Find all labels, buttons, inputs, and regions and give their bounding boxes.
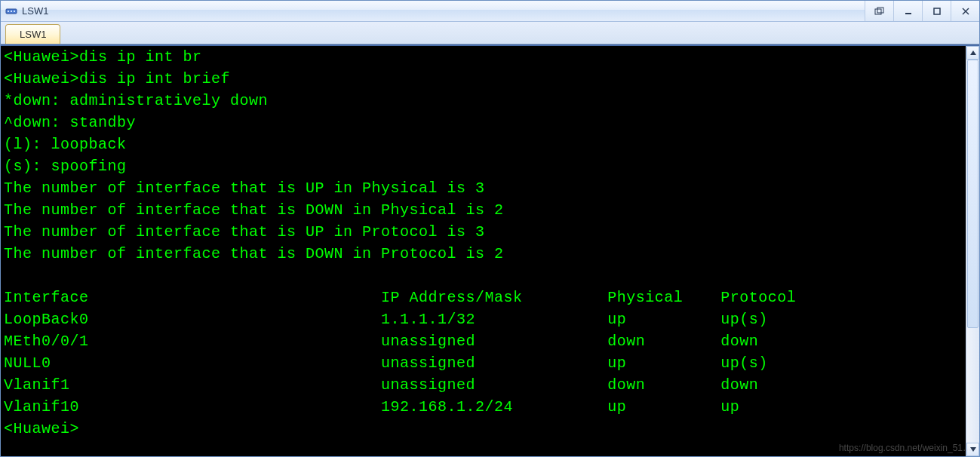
network-switch-icon bbox=[5, 5, 17, 17]
vertical-scrollbar[interactable] bbox=[966, 46, 979, 456]
tab-lsw1[interactable]: LSW1 bbox=[5, 24, 60, 44]
maximize-button[interactable] bbox=[922, 1, 951, 21]
window-title: LSW1 bbox=[22, 5, 48, 17]
svg-rect-3 bbox=[14, 11, 15, 12]
scroll-down-button[interactable] bbox=[966, 443, 979, 456]
svg-rect-7 bbox=[934, 8, 940, 14]
app-window: LSW1 LSW1 <Huawei>dis ip int br <Huawei>… bbox=[0, 0, 980, 457]
restore-window-button[interactable] bbox=[865, 1, 893, 21]
svg-rect-5 bbox=[877, 8, 883, 13]
scroll-up-button[interactable] bbox=[966, 46, 979, 60]
svg-rect-2 bbox=[11, 11, 12, 12]
terminal-output[interactable]: <Huawei>dis ip int br <Huawei>dis ip int… bbox=[1, 46, 966, 456]
tabstrip: LSW1 bbox=[1, 22, 979, 44]
scrollbar-track[interactable] bbox=[966, 60, 979, 443]
titlebar[interactable]: LSW1 bbox=[1, 1, 979, 22]
scrollbar-thumb[interactable] bbox=[967, 60, 978, 328]
tab-label: LSW1 bbox=[20, 29, 46, 40]
close-button[interactable] bbox=[951, 1, 979, 21]
minimize-button[interactable] bbox=[893, 1, 922, 21]
window-controls bbox=[865, 1, 979, 21]
svg-rect-1 bbox=[8, 11, 9, 12]
terminal-area: <Huawei>dis ip int br <Huawei>dis ip int… bbox=[1, 44, 979, 456]
svg-rect-4 bbox=[875, 9, 881, 14]
